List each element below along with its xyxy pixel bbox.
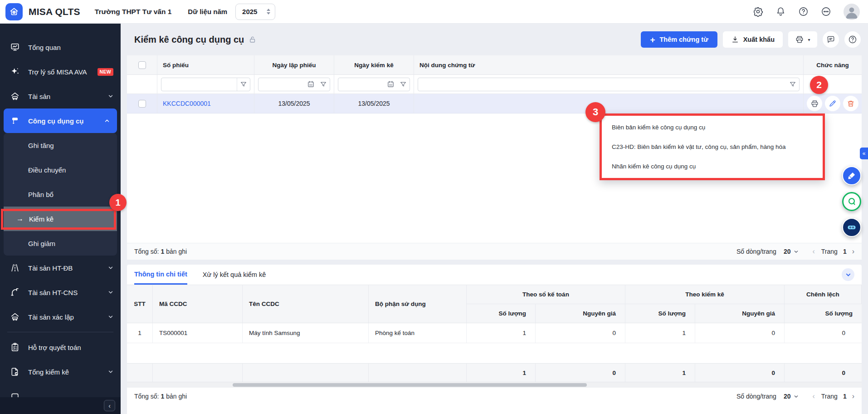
- sidebar-item-label: Hỗ trợ quyết toán: [28, 344, 81, 351]
- submenu-item-dieu-chuyen[interactable]: Điều chuyển: [4, 158, 117, 182]
- print-menu-item-nhan-kiem-ke[interactable]: Nhãn kiểm kê công cụ dụng cụ: [602, 158, 823, 176]
- scrollbar-thumb[interactable]: [233, 383, 587, 387]
- org-name[interactable]: Trường THPT Tư vấn 1: [95, 8, 172, 16]
- horizontal-scrollbar[interactable]: [127, 382, 862, 388]
- sidebar-item-tong-quan[interactable]: Tổng quan: [0, 35, 121, 59]
- row-print-button[interactable]: [807, 96, 822, 111]
- feedback-button[interactable]: [823, 31, 839, 48]
- robot-face-icon: [846, 222, 857, 233]
- printer-icon: [810, 99, 819, 108]
- submenu-item-phan-bo[interactable]: Phân bổ: [4, 182, 117, 207]
- chevron-up-icon: [104, 118, 110, 123]
- page-prev-button[interactable]: ‹: [812, 247, 814, 256]
- widget-collapse-tab[interactable]: «: [860, 148, 868, 159]
- voucher-number-link[interactable]: KKCCDC000001: [163, 100, 211, 107]
- column-header-ten-ccdc[interactable]: Tên CCDC: [243, 285, 369, 323]
- add-voucher-label: Thêm chứng từ: [660, 36, 708, 43]
- page-prev-button[interactable]: ‹: [812, 392, 814, 400]
- sidebar-item-tro-ly-ava[interactable]: Trợ lý số MISA AVA NEW: [0, 59, 121, 84]
- filter-ngay-lap-input[interactable]: [258, 78, 304, 91]
- year-spinner[interactable]: [267, 9, 270, 15]
- filter-funnel-icon[interactable]: [317, 78, 330, 91]
- select-all-checkbox[interactable]: [138, 61, 146, 69]
- print-menu-item-bien-ban[interactable]: Biên bản kiểm kê công cụ dụng cụ: [602, 118, 823, 137]
- avatar-person-icon: [844, 4, 860, 20]
- column-header-ngay-kiem-ke[interactable]: Ngày kiểm kê: [334, 55, 414, 74]
- sidebar-item-ho-tro-quyet-toan[interactable]: Hỗ trợ quyết toán: [0, 335, 121, 360]
- subheader-so-luong-kiem-ke[interactable]: Số lượng: [625, 304, 695, 323]
- sidebar-item-label: Trợ lý số MISA AVA: [28, 68, 87, 76]
- user-avatar[interactable]: [844, 4, 860, 20]
- more-options-icon[interactable]: [821, 6, 831, 17]
- road-icon: [10, 263, 21, 273]
- filter-funnel-icon[interactable]: [397, 78, 410, 91]
- total-label: Tổng số:: [134, 393, 159, 400]
- app-title: MISA QLTS: [29, 6, 80, 17]
- subheader-so-luong-ke-toan[interactable]: Số lượng: [467, 304, 536, 323]
- column-header-so-phieu[interactable]: Số phiếu: [157, 55, 254, 74]
- submenu-item-ghi-giam[interactable]: Ghi giảm: [4, 231, 117, 256]
- page-help-button[interactable]: [844, 31, 861, 48]
- plus-icon: +: [650, 35, 655, 44]
- sidebar-item-tai-san[interactable]: Tài sản: [0, 84, 121, 108]
- filter-funnel-icon[interactable]: [786, 78, 799, 91]
- chevron-down-icon: [108, 314, 113, 320]
- sidebar-item-tai-san-ht-db[interactable]: Tài sản HT-ĐB: [0, 256, 121, 280]
- column-header-ma-ccdc[interactable]: Mã CCDC: [153, 285, 243, 323]
- sidebar-item-label: Tài sản HT-ĐB: [28, 264, 73, 272]
- rows-per-page-select[interactable]: 20: [784, 393, 799, 400]
- so-luong-ke-toan-value: 1: [467, 323, 536, 343]
- row-delete-button[interactable]: [843, 96, 858, 111]
- total-value: 1: [161, 393, 164, 400]
- filter-ngay-kiem-ke-input[interactable]: [338, 78, 384, 91]
- voucher-row[interactable]: KKCCDC000001 13/05/2025 13/05/2025: [127, 94, 862, 113]
- sidebar-collapse-button[interactable]: ‹: [104, 400, 115, 411]
- add-voucher-button[interactable]: + Thêm chứng từ: [641, 31, 717, 48]
- print-menu: Biên bản kiểm kê công cụ dụng cụ C23-HD:…: [600, 113, 825, 180]
- collapse-panel-button[interactable]: [842, 268, 854, 281]
- app-logo[interactable]: [5, 3, 23, 20]
- subheader-so-luong-chenh-lech[interactable]: Số lượng: [785, 304, 862, 323]
- column-header-ngay-lap-phieu[interactable]: Ngày lập phiếu: [254, 55, 334, 74]
- subheader-nguyen-gia-ke-toan[interactable]: Nguyên giá: [536, 304, 625, 323]
- notifications-bell-icon[interactable]: [775, 6, 786, 17]
- column-header-noi-dung[interactable]: Nội dung chứng từ: [414, 55, 804, 74]
- detail-table-row[interactable]: 1 TS000001 Máy tính Samsung Phòng kế toá…: [127, 323, 862, 343]
- ten-ccdc-value: Máy tính Samsung: [243, 323, 369, 343]
- paint-roller-icon: [10, 116, 21, 126]
- misa-support-button[interactable]: [842, 192, 861, 211]
- unlock-icon[interactable]: [249, 35, 257, 44]
- sidebar-item-tong-kiem-ke[interactable]: Tổng kiểm kê: [0, 360, 121, 384]
- print-dropdown-button[interactable]: ▾: [788, 31, 817, 48]
- filter-funnel-icon[interactable]: [237, 78, 250, 91]
- sidebar-item-tai-san-xac-lap[interactable]: Tài sản xác lập: [0, 305, 121, 329]
- chatbot-button[interactable]: [842, 218, 861, 237]
- filter-so-phieu-input[interactable]: [161, 78, 237, 91]
- export-button[interactable]: Xuất khẩu: [723, 31, 783, 48]
- row-checkbox[interactable]: [138, 100, 146, 108]
- tab-thong-tin-chi-tiet[interactable]: Thông tin chi tiết: [134, 265, 187, 285]
- chat-bubble-icon: [826, 35, 835, 44]
- subheader-nguyen-gia-kiem-ke[interactable]: Nguyên giá: [695, 304, 785, 323]
- print-menu-item-c23-hd[interactable]: C23-HD: Biên bản kiểm kê vật tư, công cụ…: [602, 138, 823, 156]
- rows-per-page-label: Số dòng/trang: [736, 248, 776, 255]
- submenu-item-ghi-tang[interactable]: Ghi tăng: [4, 133, 117, 158]
- ava-assistant-button[interactable]: [842, 166, 861, 185]
- total-so-luong-ke-toan: 1: [467, 364, 536, 382]
- filter-noi-dung-input[interactable]: [418, 78, 786, 91]
- sidebar-divider: [7, 332, 113, 332]
- calendar-icon[interactable]: [384, 78, 397, 91]
- row-edit-button[interactable]: [825, 96, 840, 111]
- sidebar-item-cong-cu-dung-cu[interactable]: Công cụ dụng cụ: [4, 108, 117, 133]
- sidebar-item-tai-san-ht-cns[interactable]: Tài sản HT-CNS: [0, 280, 121, 305]
- calendar-icon[interactable]: [304, 78, 317, 91]
- page-next-button[interactable]: ›: [852, 392, 854, 400]
- tab-xu-ly-ket-qua[interactable]: Xử lý kết quả kiểm kê: [203, 265, 266, 285]
- rows-per-page-select[interactable]: 20: [784, 248, 799, 255]
- settings-gear-icon[interactable]: [753, 6, 763, 17]
- year-select[interactable]: 2025: [235, 4, 275, 20]
- column-header-bo-phan[interactable]: Bộ phận sử dụng: [369, 285, 467, 323]
- page-number: 1: [843, 393, 847, 400]
- page-next-button[interactable]: ›: [852, 247, 854, 256]
- help-icon[interactable]: [798, 6, 809, 17]
